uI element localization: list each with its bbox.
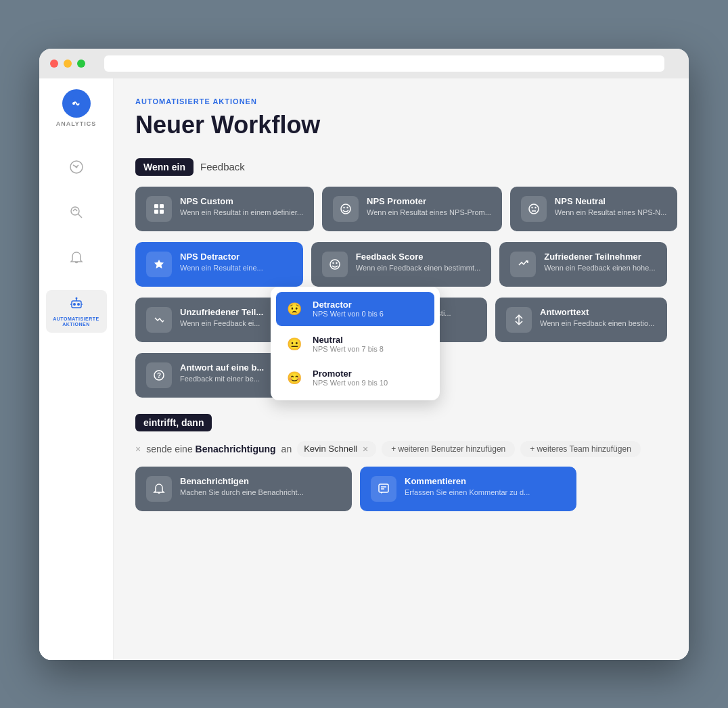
dropdown-item-neutral[interactable]: 😐 Neutral NPS Wert von 7 bis 8 <box>276 327 434 361</box>
promoter-title: Promoter <box>313 369 388 379</box>
recipient-chip[interactable]: Kevin Schnell × <box>297 441 376 457</box>
card-icon-nps-custom <box>146 196 172 222</box>
svg-point-26 <box>330 260 340 269</box>
card-title-antworttext: Antworttext <box>540 307 656 317</box>
action-badge: eintrifft, dann <box>135 414 212 431</box>
card-title-nps-neutral: NPS Neutral <box>555 196 666 206</box>
action-section: eintrifft, dann × sende eine Benachricht… <box>135 414 667 511</box>
dropdown-item-detractor[interactable]: 😟 Detractor NPS Wert von 0 bis 6 <box>276 292 434 326</box>
card-zufriedener[interactable]: Zufriedener Teilnehmer Wenn ein Feedback… <box>499 242 667 287</box>
card-antworttext[interactable]: Antworttext Wenn ein Feedback einen best… <box>495 298 667 342</box>
sidebar-automated-label: AUTOMATISIERTEAKTIONEN <box>53 316 99 328</box>
svg-point-9 <box>73 303 76 306</box>
dropdown-item-promoter[interactable]: 😊 Promoter NPS Wert von 9 bis 10 <box>276 361 434 395</box>
action-row: × sende eine Benachrichtigung an Kevin S… <box>135 441 667 457</box>
svg-point-10 <box>77 303 80 306</box>
card-icon-antwort-auf-eine: ? <box>146 362 172 388</box>
svg-line-5 <box>78 214 82 218</box>
svg-rect-18 <box>160 210 164 214</box>
detractor-sub: NPS Wert von 0 bis 6 <box>313 310 384 318</box>
card-title-nps-custom: NPS Custom <box>180 196 303 206</box>
card-icon-unzufriedener <box>146 307 172 333</box>
cards-wrapper: NPS Custom Wenn ein Resultat in einem de… <box>135 187 667 398</box>
card-text-nps-neutral: NPS Neutral Wenn ein Resultat eines NPS-… <box>555 196 666 216</box>
svg-point-21 <box>346 206 348 208</box>
card-icon-nps-promoter <box>333 196 359 222</box>
page-title: Neuer Workflow <box>135 111 667 139</box>
card-text-kommentieren: Kommentieren Erfassen Sie einen Kommenta… <box>405 476 566 496</box>
svg-rect-16 <box>160 204 164 208</box>
card-feedback-score[interactable]: Feedback Score Wenn ein Feedback einen b… <box>311 242 491 287</box>
card-icon-nps-detractor <box>146 252 172 277</box>
sidebar: ANALYTICS <box>39 78 114 660</box>
neutral-icon: 😐 <box>284 334 304 354</box>
card-desc-nps-promoter: Wenn ein Resultat eines NPS-Prom... <box>367 208 491 216</box>
card-nps-detractor[interactable]: NPS Detractor Wenn ein Resultat eine... <box>135 242 303 287</box>
svg-line-7 <box>75 209 77 211</box>
sidebar-item-alerts[interactable] <box>46 245 107 274</box>
card-text-nps-promoter: NPS Promoter Wenn ein Resultat eines NPS… <box>367 196 491 216</box>
card-icon-antworttext <box>506 307 532 333</box>
logo-area: ANALYTICS <box>56 89 97 127</box>
bottom-cards: Benachrichtigen Machen Sie durch eine Be… <box>135 467 667 511</box>
sidebar-nav: AUTOMATISIERTEAKTIONEN <box>46 147 107 649</box>
card-text-zufriedener: Zufriedener Teilnehmer Wenn ein Feedback… <box>544 252 656 272</box>
card-icon-feedback-score <box>322 252 348 277</box>
card-icon-benachrichtigen <box>146 476 172 502</box>
bell-icon <box>69 250 84 268</box>
card-desc-antworttext: Wenn ein Feedback einen bestio... <box>540 319 656 327</box>
dropdown-item-text-neutral: Neutral NPS Wert von 7 bis 8 <box>313 335 384 353</box>
action-send-close[interactable]: × <box>135 444 141 454</box>
svg-rect-36 <box>379 484 388 492</box>
trigger-value: Feedback <box>200 161 245 172</box>
card-title-nps-detractor: NPS Detractor <box>180 252 292 262</box>
address-bar <box>104 55 664 72</box>
trigger-badge: Wenn ein <box>135 158 194 176</box>
nps-type-dropdown: 😟 Detractor NPS Wert von 0 bis 6 😐 Neutr… <box>271 287 440 400</box>
robot-icon <box>69 296 84 314</box>
sidebar-item-automated[interactable]: AUTOMATISIERTEAKTIONEN <box>46 290 107 333</box>
sidebar-item-search[interactable] <box>46 199 107 229</box>
app-container: ANALYTICS <box>39 78 689 660</box>
neutral-sub: NPS Wert von 7 bis 8 <box>313 345 384 353</box>
recipient-close-btn[interactable]: × <box>363 444 368 454</box>
cards-grid-row2: NPS Detractor Wenn ein Resultat eine... … <box>135 242 667 287</box>
svg-rect-17 <box>154 210 158 214</box>
svg-point-25 <box>534 206 536 208</box>
card-title-benachrichtigen: Benachrichtigen <box>180 476 341 486</box>
breadcrumb: AUTOMATISIERTE AKTIONEN <box>135 97 667 105</box>
card-nps-neutral[interactable]: NPS Neutral Wenn ein Resultat eines NPS-… <box>510 187 677 231</box>
card-desc-kommentieren: Erfassen Sie einen Kommentar zu d... <box>405 488 566 496</box>
main-content: AUTOMATISIERTE AKTIONEN Neuer Workflow W… <box>114 78 689 660</box>
card-nps-promoter[interactable]: NPS Promoter Wenn ein Resultat eines NPS… <box>322 187 502 231</box>
recipient-name: Kevin Schnell <box>304 444 357 454</box>
card-desc-benachrichtigen: Machen Sie durch eine Benachricht... <box>180 488 341 496</box>
card-title-feedback-score: Feedback Score <box>356 252 480 262</box>
trigger-section-header: Wenn ein Feedback <box>135 158 667 176</box>
card-icon-kommentieren <box>371 476 396 502</box>
add-user-btn-label: + weiteren Benutzer hinzufügen <box>391 444 505 454</box>
card-desc-zufriedener: Wenn ein Feedback einen hohe... <box>544 264 656 272</box>
add-team-button[interactable]: + weiteres Team hinzufügen <box>520 441 641 457</box>
card-text-antworttext: Antworttext Wenn ein Feedback einen best… <box>540 307 656 327</box>
add-team-btn-label: + weiteres Team hinzufügen <box>530 444 631 454</box>
card-title-zufriedener: Zufriedener Teilnehmer <box>544 252 656 262</box>
cards-grid-row1: NPS Custom Wenn ein Resultat in einem de… <box>135 187 667 231</box>
svg-point-22 <box>529 204 539 214</box>
promoter-sub: NPS Wert von 9 bis 10 <box>313 379 388 387</box>
action-send-text: sende eine Benachrichtigung <box>146 444 275 454</box>
device-frame: ANALYTICS <box>39 49 689 660</box>
card-icon-nps-neutral <box>521 196 547 222</box>
card-desc-nps-detractor: Wenn ein Resultat eine... <box>180 264 292 272</box>
card-kommentieren[interactable]: Kommentieren Erfassen Sie einen Kommenta… <box>360 467 576 511</box>
card-text-nps-custom: NPS Custom Wenn ein Resultat in einem de… <box>180 196 303 216</box>
card-nps-custom[interactable]: NPS Custom Wenn ein Resultat in einem de… <box>135 187 314 231</box>
card-icon-zufriedener <box>510 252 536 277</box>
logo-text: ANALYTICS <box>56 120 97 127</box>
add-user-button[interactable]: + weiteren Benutzer hinzufügen <box>382 441 515 457</box>
sidebar-item-dashboard[interactable] <box>46 154 107 183</box>
card-benachrichtigen[interactable]: Benachrichtigen Machen Sie durch eine Be… <box>135 467 352 511</box>
svg-point-20 <box>343 206 344 208</box>
voice-search-icon <box>69 205 84 223</box>
svg-text:?: ? <box>157 372 161 379</box>
